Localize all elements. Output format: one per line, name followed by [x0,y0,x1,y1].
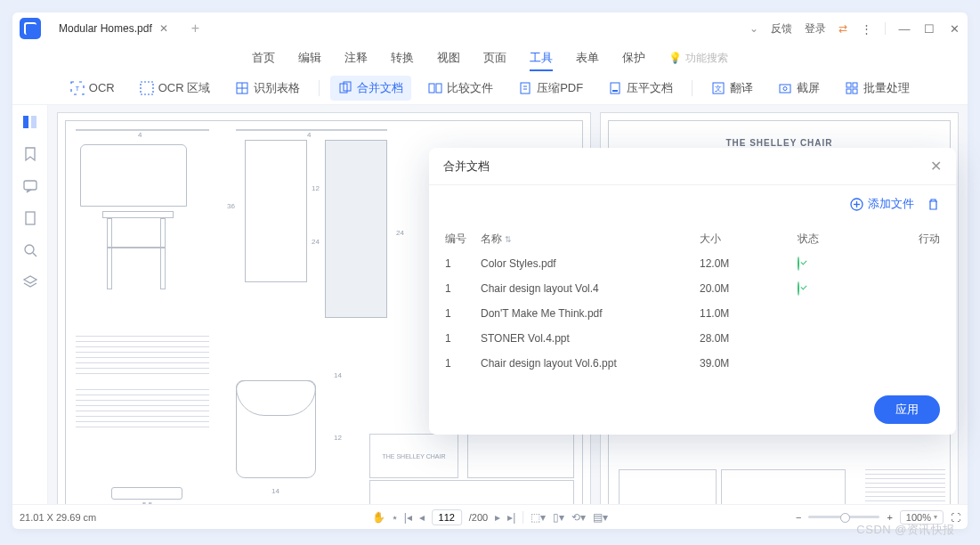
first-page-icon[interactable]: |◂ [404,511,412,524]
svg-rect-2 [141,82,153,94]
tab-close-icon[interactable]: ✕ [159,22,168,35]
prev-page-icon[interactable]: ◂ [419,511,425,524]
table-header: 编号 名称⇅ 大小 状态 行动 [445,226,940,251]
sidebar [12,105,48,504]
toolbar-separator [692,80,692,96]
fit-width-icon[interactable]: ⬚▾ [530,511,546,524]
cell-name: STONER Vol.4.ppt [481,332,700,345]
delete-button[interactable] [927,198,940,211]
sidebar-attachment-icon[interactable] [22,210,38,226]
svg-rect-23 [26,212,35,224]
next-page-icon[interactable]: ▸ [495,511,500,524]
tool-batch[interactable]: 批量处理 [837,76,918,101]
footer-center: ✋ ⭑ |◂ ◂ /200 ▸ ▸| ⬚▾ ▯▾ ⟲▾ ▤▾ [372,509,609,525]
col-name[interactable]: 名称⇅ [481,232,700,247]
cell-index: 1 [445,332,481,345]
status-ok-icon [798,256,799,271]
menu-convert[interactable]: 转换 [391,50,414,66]
view-mode-icon[interactable]: ▤▾ [593,511,608,524]
svg-rect-17 [853,83,857,87]
apply-button[interactable]: 应用 [874,395,940,424]
page-dimensions: 21.01 X 29.69 cm [20,512,96,523]
compress-icon [518,81,532,95]
cell-index: 1 [445,282,481,295]
login-link[interactable]: 登录 [805,21,826,37]
title-block: THE SHELLEY CHAIR [369,434,458,478]
menu-edit[interactable]: 编辑 [298,50,321,66]
svg-rect-11 [611,83,620,94]
col-index: 编号 [445,232,481,247]
table-row[interactable]: 1Color Styles.pdf12.0M [445,251,940,276]
cell-name: Don'T Make Me Think.pdf [481,307,700,320]
cell-name: Chair design layout Vol.6.ppt [481,357,700,370]
sidebar-layers-icon[interactable] [22,274,38,290]
menu-comment[interactable]: 注释 [344,50,368,66]
cell-size: 28.0M [700,332,798,345]
cell-status [798,282,895,295]
tool-merge[interactable]: 合并文档 [330,76,411,101]
fullscreen-icon[interactable]: ⛶ [951,512,960,523]
dialog-close-icon[interactable]: ✕ [930,158,942,175]
cell-status [798,257,895,270]
watermark: CSDN @资讯快报 [856,522,955,538]
sort-icon: ⇅ [505,235,512,244]
zoom-in-icon[interactable]: + [887,512,892,523]
svg-point-24 [25,245,34,254]
translate-icon: 文 [711,81,725,95]
table-row[interactable]: 1Chair design layout Vol.420.0M [445,276,940,301]
cell-index: 1 [445,307,481,320]
add-file-button[interactable]: 添加文件 [850,196,914,212]
fit-page-icon[interactable]: ▯▾ [553,511,564,524]
menu-home[interactable]: 首页 [252,50,275,66]
sidebar-bookmark-icon[interactable] [22,146,38,162]
rotate-icon[interactable]: ⟲▾ [571,511,586,524]
tool-translate[interactable]: 文翻译 [703,76,761,101]
sidebar-search-icon[interactable] [22,242,38,258]
dialog-footer: 应用 [429,385,956,435]
sidebar-thumbnail-icon[interactable] [22,114,38,130]
tool-screenshot[interactable]: 截屏 [770,76,828,101]
transfer-icon[interactable]: ⇄ [838,22,847,35]
feature-search[interactable]: 💡 功能搜索 [668,51,728,66]
menu-tools[interactable]: 工具 [530,50,553,66]
tool-flatten[interactable]: 压平文档 [600,76,681,101]
tool-compare[interactable]: 比较文件 [420,76,501,101]
chevron-down-icon[interactable]: ⌄ [749,22,758,35]
select-tool-icon[interactable]: ⭑ [393,511,397,524]
menu-page[interactable]: 页面 [483,50,506,66]
tool-ocr-area[interactable]: OCR 区域 [132,76,219,101]
page-number-input[interactable] [432,509,462,525]
hand-tool-icon[interactable]: ✋ [372,511,385,524]
more-icon[interactable]: ⋮ [860,22,872,36]
merge-dialog: 合并文档 ✕ 添加文件 编号 名称⇅ 大小 状态 行动 1Color Style… [429,148,956,435]
tool-compress[interactable]: 压缩PDF [510,76,591,101]
tool-ocr[interactable]: TOCR [62,77,123,100]
tool-detect-table[interactable]: 识别表格 [227,76,308,101]
app-logo-icon [20,18,41,39]
svg-rect-20 [23,116,28,128]
document-tab[interactable]: Modular Homes.pdf ✕ [50,17,177,40]
titlebar-right: ⌄ 反馈 登录 ⇄ ⋮ — ☐ ✕ [749,21,960,37]
sidebar-comment-icon[interactable] [22,178,38,194]
toolbar: TOCR OCR 区域 识别表格 合并文档 比较文件 压缩PDF 压平文档 文翻… [12,71,968,105]
lightbulb-icon: 💡 [668,52,682,64]
table-row[interactable]: 1Chair design layout Vol.6.ppt39.0M [445,351,940,376]
menu-view[interactable]: 视图 [437,50,460,66]
table-row[interactable]: 1Don'T Make Me Think.pdf11.0M [445,301,940,326]
feedback-link[interactable]: 反馈 [771,21,792,37]
menu-form[interactable]: 表单 [576,50,599,66]
minimize-button[interactable]: — [898,22,911,36]
zoom-out-icon[interactable]: − [796,512,801,523]
menubar: 首页 编辑 注释 转换 视图 页面 工具 表单 保护 💡 功能搜索 [12,45,968,71]
window-close-button[interactable]: ✕ [948,22,960,36]
last-page-icon[interactable]: ▸| [507,511,515,524]
new-tab-button[interactable]: + [191,20,199,37]
compare-icon [428,81,442,95]
plus-circle-icon [850,198,863,211]
maximize-button[interactable]: ☐ [923,22,935,36]
table-row[interactable]: 1STONER Vol.4.ppt28.0M [445,326,940,351]
menu-protect[interactable]: 保护 [622,50,645,66]
cell-name: Color Styles.pdf [481,257,700,270]
ocr-area-icon [140,81,154,95]
zoom-slider[interactable] [808,516,879,518]
